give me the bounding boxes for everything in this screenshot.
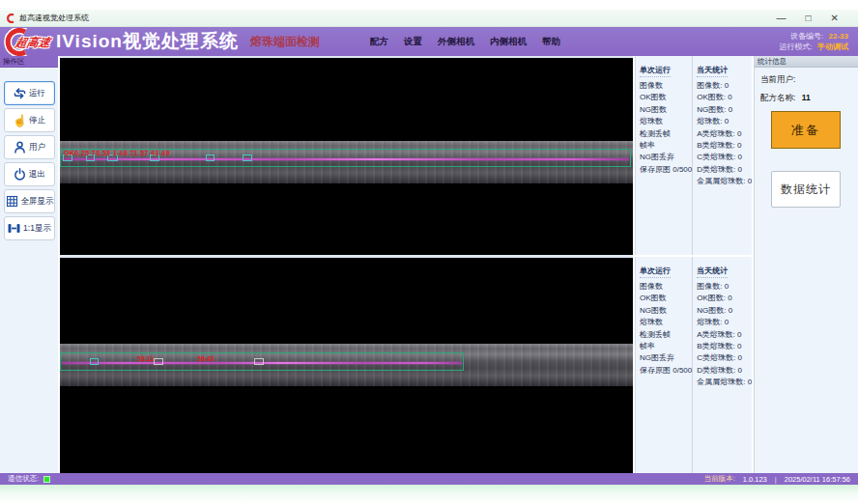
stat-row: NG图数: [640, 305, 692, 317]
minimize-button[interactable]: —: [777, 10, 786, 27]
stat-row: B类熔珠数: 0: [697, 140, 752, 152]
stat-row: 保存原图 0/500: [640, 365, 692, 377]
window-title: 超高速视觉处理系统: [19, 13, 89, 23]
feature-box: [254, 358, 264, 365]
stat-row: 帧率: [640, 341, 692, 352]
device-number-row: 设备编号: 22-33: [780, 31, 848, 42]
current-user-label: 当前用户:: [760, 74, 795, 84]
recipe-name-label: 配方名称:: [760, 93, 795, 102]
exit-button-label: 退出: [29, 169, 45, 181]
application-window: 超高速视觉处理系统 — □ ✕ 超高速 IVision视觉处理系统 熔珠端面检测…: [0, 0, 858, 504]
stat-row: 保存原图 0/500: [640, 164, 692, 176]
single-run-rows: 图像数OK图数NG图数熔珠数检测丢帧帧率NG图丢弃保存原图 0/500: [640, 80, 692, 176]
exit-button[interactable]: 退出: [4, 162, 55, 186]
status-bar-right: 当前版本: 1.0.123 | 2025/02/11 16:57:56: [704, 474, 850, 484]
version-value: 1.0.123: [743, 475, 767, 484]
app-title: IVision视觉处理系统: [56, 29, 239, 54]
prepare-button[interactable]: 准备: [771, 111, 841, 149]
menu-item-inner-camera[interactable]: 内侧相机: [490, 36, 527, 48]
stat-row: C类熔珠数: 0: [697, 152, 752, 163]
stat-row: C类熔珠数: 0: [697, 352, 752, 364]
stats-panel-top: 单次运行 图像数OK图数NG图数熔珠数检测丢帧帧率NG图丢弃保存原图 0/500…: [635, 56, 752, 255]
run-mode-row: 运行模式: 手动调试: [780, 42, 848, 52]
daily-stats-rows: 图像数: 0OK图数: 0NG图数: 0熔珠数: 0A类熔珠数: 0B类熔珠数:…: [697, 80, 752, 188]
daily-stats-rows: 图像数: 0OK图数: 0NG图数: 0熔珠数: 0A类熔珠数: 0B类熔珠数:…: [697, 281, 752, 389]
statistics-panels: 单次运行 图像数OK图数NG图数熔珠数检测丢帧帧率NG图丢弃保存原图 0/500…: [635, 56, 752, 473]
run-mode-value: 手动调试: [817, 42, 848, 51]
status-bar: 通信状态: 当前版本: 1.0.123 | 2025/02/11 16:57:5…: [0, 473, 858, 485]
stat-row: 图像数: 0: [697, 281, 752, 293]
device-number-value: 22-33: [829, 32, 848, 41]
stat-row: A类熔珠数: 0: [697, 329, 752, 341]
stat-row: A类熔珠数: 0: [697, 128, 752, 140]
info-panel: 统计信息 当前用户: 配方名称: 11 准备 数据统计: [754, 56, 858, 473]
stop-button[interactable]: ☝ 停止: [4, 108, 55, 132]
sidebar-title: 操作区: [0, 56, 58, 68]
stat-row: 帧率: [640, 140, 692, 152]
menu-item-help[interactable]: 帮助: [542, 36, 560, 48]
comm-status-label: 通信状态:: [8, 474, 39, 484]
measurement-label: 56.43: [197, 355, 214, 362]
stat-row: B类熔珠数: 0: [697, 341, 752, 352]
stat-row: 熔珠数: [640, 317, 692, 328]
fullscreen-grid-icon: [5, 194, 19, 209]
run-button[interactable]: 运行: [4, 81, 55, 105]
recipe-name-value: 11: [802, 93, 811, 102]
stats-panel-bottom: 单次运行 图像数OK图数NG图数熔珠数检测丢帧帧率NG图丢弃保存原图 0/500…: [635, 257, 752, 473]
maximize-button[interactable]: □: [806, 10, 812, 27]
stat-row: 金属屑熔珠数: 0: [697, 377, 752, 388]
menu-item-settings[interactable]: 设置: [404, 36, 422, 48]
app-logo-icon: [6, 14, 15, 23]
daily-stats-title: 当天统计: [697, 266, 728, 278]
run-mode-label: 运行模式:: [780, 42, 813, 51]
daily-stats-title: 当天统计: [697, 65, 728, 77]
feature-box: [154, 358, 163, 365]
user-button[interactable]: 用户: [4, 135, 55, 159]
close-button[interactable]: ✕: [831, 10, 839, 27]
fullscreen-button-label: 全屏显示: [21, 196, 54, 208]
stat-row: 检测丢帧: [640, 128, 692, 140]
desktop-background-strip: [0, 485, 858, 504]
status-separator: |: [775, 475, 777, 484]
menu-item-outer-camera[interactable]: 外侧相机: [438, 36, 474, 48]
app-subtitle: 熔珠端面检测: [250, 34, 320, 50]
detection-box-bottom: [60, 352, 464, 371]
stat-row: 金属屑熔珠数: 0: [697, 176, 752, 187]
weld-bead-line-top: [62, 158, 629, 160]
current-user-row: 当前用户:: [760, 74, 858, 86]
stat-row: NG图数: 0: [697, 305, 752, 317]
one-to-one-button-label: 1:1显示: [23, 223, 51, 235]
stat-row: OK图数: [640, 293, 692, 304]
window-controls: — □ ✕: [777, 10, 839, 27]
stat-row: D类熔珠数: 0: [697, 365, 752, 377]
stat-row: NG图丢弃: [640, 152, 692, 163]
one-to-one-icon: [7, 221, 21, 236]
stat-row: 熔珠数: 0: [697, 317, 752, 328]
stat-row: NG图数: [640, 104, 692, 116]
comm-status-indicator: [43, 476, 50, 483]
sidebar-buttons: 运行 ☝ 停止 用户: [0, 68, 58, 240]
inner-camera-view: 53.11 56.43: [60, 258, 633, 473]
single-run-column: 单次运行 图像数OK图数NG图数熔珠数检测丢帧帧率NG图丢弃保存原图 0/500: [636, 257, 693, 473]
menu-item-recipe[interactable]: 配方: [370, 36, 388, 48]
one-to-one-button[interactable]: 1:1显示: [4, 216, 55, 240]
stat-row: OK图数: [640, 92, 692, 103]
user-icon: [13, 140, 27, 154]
stat-row: 图像数: [640, 281, 692, 293]
datetime-value: 2025/02/11 16:57:56: [785, 475, 850, 484]
measurement-label: 53.11: [137, 355, 154, 362]
outer-camera-view: OK0.25 70.53 1.49 71.57 41.49: [60, 58, 633, 255]
power-icon: [13, 167, 27, 182]
feature-box: [243, 154, 252, 161]
stat-row: 熔珠数: [640, 116, 692, 127]
hand-stop-icon: ☝: [13, 113, 27, 127]
stat-row: OK图数: 0: [697, 293, 752, 304]
brand-logo: 超高速: [0, 27, 52, 56]
version-label: 当前版本:: [704, 474, 735, 484]
single-run-rows: 图像数OK图数NG图数熔珠数检测丢帧帧率NG图丢弃保存原图 0/500: [640, 281, 692, 377]
fullscreen-button[interactable]: 全屏显示: [4, 189, 55, 213]
operation-sidebar: 操作区 运行 ☝ 停止: [0, 56, 58, 473]
stat-row: 检测丢帧: [640, 329, 692, 341]
data-statistics-button[interactable]: 数据统计: [771, 171, 841, 208]
camera-views: OK0.25 70.53 1.49 71.57 41.49 53.11 56.4…: [60, 56, 633, 473]
